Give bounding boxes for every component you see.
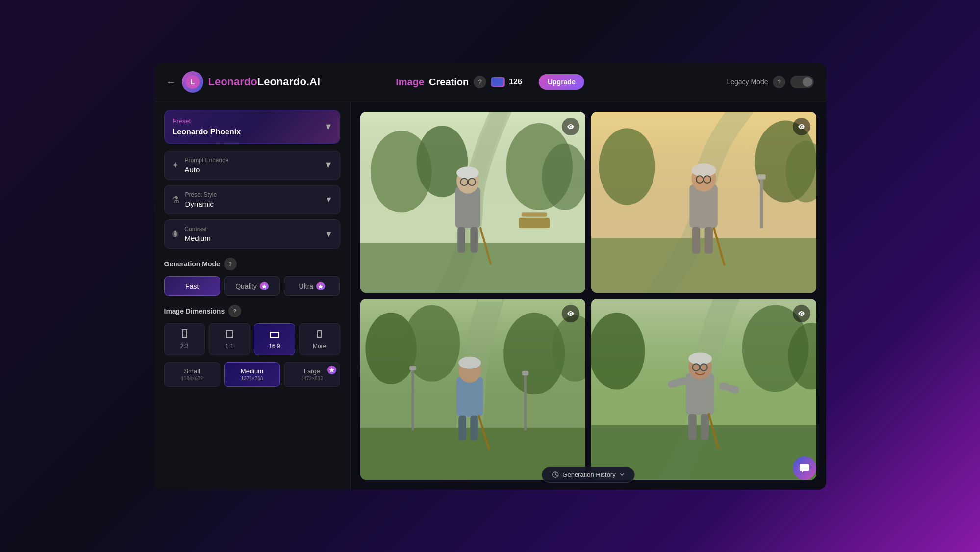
gen-mode-quality[interactable]: Quality <box>224 276 280 296</box>
ultra-pro-badge <box>316 282 325 290</box>
image-4-scene <box>591 299 816 480</box>
contrast-label: Contrast <box>185 226 319 233</box>
app-title: LeonardoLeonardo.Ai <box>208 76 321 88</box>
generation-history-bar[interactable]: Generation History <box>541 467 634 483</box>
credits-icon <box>491 77 505 87</box>
preset-style-label: Preset Style <box>185 191 319 198</box>
chat-icon <box>799 463 810 473</box>
dim-more-icon <box>317 329 322 340</box>
app-window: ← L LeonardoLeonardo.Ai Image Creat <box>154 63 826 490</box>
svg-marker-4 <box>318 284 323 289</box>
legacy-mode-toggle[interactable] <box>790 76 814 88</box>
preset-style-icon: ⚗ <box>172 194 179 205</box>
image-2-eye-button[interactable] <box>793 118 810 135</box>
svg-marker-3 <box>262 284 267 289</box>
main-content: Preset Leonardo Phoenix ▼ ✦ Prompt Enhan… <box>154 102 826 490</box>
svg-marker-5 <box>329 368 334 372</box>
back-button[interactable]: ← <box>166 77 176 88</box>
credits-area: 126 <box>491 77 522 87</box>
dim-2-3-icon <box>182 329 187 340</box>
image-cell-2[interactable] <box>591 112 816 293</box>
upgrade-button[interactable]: Upgrade <box>539 74 584 90</box>
gen-mode-help[interactable]: ? <box>224 258 237 270</box>
contrast-icon: ✺ <box>172 229 179 239</box>
contrast-value: Medium <box>185 234 319 242</box>
image-cell-1[interactable] <box>360 112 585 293</box>
dim-16-9-icon <box>270 329 279 340</box>
dimension-presets: 2:3 1:1 16:9 <box>164 323 340 355</box>
history-icon <box>552 471 558 478</box>
size-medium-dims: 1376×768 <box>227 376 276 381</box>
preset-style-arrow: ▼ <box>325 195 333 204</box>
svg-rect-76 <box>591 299 816 480</box>
svg-rect-41 <box>591 112 816 293</box>
image-2-scene <box>591 112 816 293</box>
dim-2-3[interactable]: 2:3 <box>164 323 205 355</box>
logo-area: L LeonardoLeonardo.Ai <box>182 71 321 93</box>
preset-style-dropdown[interactable]: ⚗ Preset Style Dynamic ▼ <box>164 185 340 214</box>
large-pro-badge <box>327 366 336 374</box>
dim-help[interactable]: ? <box>228 305 241 317</box>
dim-16-9[interactable]: 16:9 <box>254 323 295 355</box>
dim-1-1-icon <box>226 329 233 340</box>
prompt-enhance-arrow: ▼ <box>324 160 333 170</box>
image-1-eye-button[interactable] <box>562 118 579 135</box>
preset-style-value: Dynamic <box>185 200 319 208</box>
preset-dropdown[interactable]: Preset Leonardo Phoenix ▼ <box>164 110 340 144</box>
size-large[interactable]: Large 1472×832 <box>284 362 340 387</box>
prompt-enhance-label: Prompt Enhance <box>185 157 318 164</box>
svg-rect-2 <box>493 78 503 86</box>
history-chevron <box>620 472 625 477</box>
dim-1-1[interactable]: 1:1 <box>209 323 250 355</box>
prompt-enhance-value: Auto <box>185 165 318 174</box>
sidebar: Preset Leonardo Phoenix ▼ ✦ Prompt Enhan… <box>154 102 351 490</box>
titlebar: ← L LeonardoLeonardo.Ai Image Creat <box>154 63 826 102</box>
generation-mode-buttons: Fast Quality Ultra <box>164 276 340 296</box>
title-image: Image <box>396 77 424 88</box>
image-dimensions-section: Image Dimensions ? <box>164 305 340 317</box>
dim-more[interactable]: More <box>299 323 340 355</box>
image-4-eye-button[interactable] <box>793 305 810 322</box>
image-3-eye-button[interactable] <box>562 305 579 322</box>
contrast-dropdown[interactable]: ✺ Contrast Medium ▼ <box>164 219 340 249</box>
chat-bubble-button[interactable] <box>793 456 816 480</box>
svg-text:L: L <box>190 78 195 86</box>
image-3-scene <box>360 299 585 480</box>
size-large-dims: 1472×832 <box>287 376 336 381</box>
preset-dropdown-arrow: ▼ <box>324 122 333 132</box>
image-grid <box>360 112 816 480</box>
quality-pro-badge <box>260 282 269 290</box>
preset-label: Preset <box>173 117 332 125</box>
svg-rect-24 <box>360 112 585 293</box>
prompt-enhance-dropdown[interactable]: ✦ Prompt Enhance Auto ▼ <box>164 151 340 180</box>
credits-count: 126 <box>509 78 522 86</box>
preset-value: Leonardo Phoenix <box>173 128 332 136</box>
image-cell-4[interactable] <box>591 299 816 480</box>
contrast-arrow: ▼ <box>325 230 333 238</box>
gen-history-label: Generation History <box>562 471 615 478</box>
gen-mode-fast[interactable]: Fast <box>164 276 220 296</box>
generation-mode-section: Generation Mode ? <box>164 258 340 270</box>
svg-rect-59 <box>360 299 585 480</box>
image-1-scene <box>360 112 585 293</box>
gen-mode-ultra[interactable]: Ultra <box>284 276 340 296</box>
size-small[interactable]: Small 1184×672 <box>164 362 220 387</box>
legacy-area: Legacy Mode ? <box>727 76 814 88</box>
legacy-help-icon[interactable]: ? <box>773 76 785 88</box>
size-small-dims: 1184×672 <box>168 376 217 381</box>
title-creation: Creation <box>429 77 469 88</box>
center-title: Image Creation ? 126 <box>396 74 584 90</box>
image-cell-3[interactable] <box>360 299 585 480</box>
content-area: Generation History <box>351 102 826 490</box>
logo-avatar: L <box>182 71 203 93</box>
size-presets: Small 1184×672 Medium 1376×768 Large 147… <box>164 362 340 387</box>
size-medium[interactable]: Medium 1376×768 <box>224 362 280 387</box>
prompt-enhance-icon: ✦ <box>172 160 179 171</box>
header-help-icon[interactable]: ? <box>474 76 486 88</box>
legacy-mode-label: Legacy Mode <box>727 78 768 86</box>
